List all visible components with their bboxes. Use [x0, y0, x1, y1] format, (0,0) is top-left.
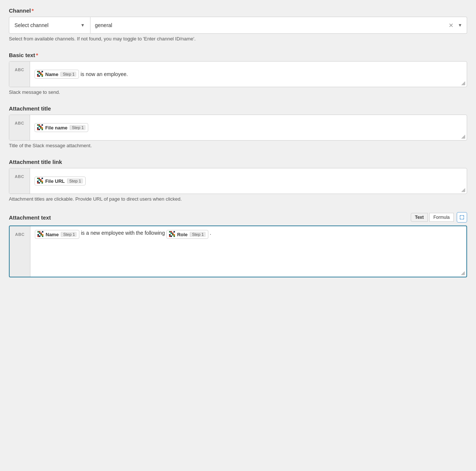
attachment-title-link-abc-label: ABC	[9, 168, 30, 194]
attachment-text-inline: is a new employee with the following	[81, 230, 165, 236]
attachment-title-field: ABC File name Step 1 ◢	[9, 115, 467, 141]
attachment-text-label: Attachment text	[9, 214, 51, 221]
basic-text-label-text: Basic text	[9, 52, 35, 58]
mode-formula-button[interactable]: Formula	[429, 213, 454, 222]
channel-value-wrapper: general ✕ ▼	[90, 17, 467, 34]
resize-handle: ◢	[461, 270, 465, 275]
basic-text-abc-label: ABC	[9, 62, 30, 87]
attachment-title-link-hint: Attachment titles are clickable. Provide…	[9, 196, 467, 202]
attachment-text-content[interactable]: Name Step 1 is a new employee with the f…	[30, 226, 466, 277]
attachment-text-cursor: .	[210, 230, 211, 236]
channel-row: Select channel ▼ general ✕ ▼	[9, 17, 467, 34]
token-icon	[37, 231, 44, 238]
token-step-text: Step 1	[61, 232, 77, 237]
attachment-title-link-label: Attachment title link	[9, 159, 467, 165]
attachment-title-label: Attachment title	[9, 105, 467, 112]
attachment-title-link-label-text: Attachment title link	[9, 159, 62, 165]
basic-text-inline: is now an employee.	[80, 71, 128, 77]
expand-button[interactable]	[457, 212, 467, 223]
basic-text-label: Basic text *	[9, 52, 467, 58]
token-role-step-text: Step 1	[190, 232, 206, 237]
attachment-text-token-name[interactable]: Name Step 1	[35, 230, 79, 239]
resize-handle: ◢	[461, 80, 465, 85]
token-icon	[37, 124, 44, 131]
channel-value-text: general	[95, 22, 447, 28]
token-step-text: Step 1	[60, 72, 76, 77]
expand-icon	[459, 215, 465, 220]
attachment-text-label-text: Attachment text	[9, 214, 51, 221]
channel-select-placeholder: Select channel	[14, 22, 49, 28]
channel-label-text: Channel	[9, 7, 31, 14]
attachment-title-token[interactable]: File name Step 1	[34, 123, 88, 132]
token-step-text: Step 1	[70, 125, 86, 130]
attachment-title-hint: Title of the Slack message attachment.	[9, 143, 467, 148]
channel-dropdown-button[interactable]: ▼	[456, 21, 464, 29]
attachment-text-actions: Text Formula	[411, 212, 467, 223]
channel-label: Channel *	[9, 7, 467, 14]
basic-text-section: Basic text * ABC Name Step 1 is now an e…	[9, 52, 467, 95]
attachment-title-link-field: ABC File URL Step 1 ◢	[9, 168, 467, 194]
mode-text-button[interactable]: Text	[411, 213, 428, 222]
channel-section: Channel * Select channel ▼ general ✕ ▼ S…	[9, 7, 467, 42]
attachment-text-abc-label: ABC	[10, 226, 30, 277]
attachment-title-link-section: Attachment title link ABC File URL Step …	[9, 159, 467, 202]
attachment-text-section: Attachment text Text Formula ABC	[9, 212, 467, 277]
basic-text-hint: Slack message to send.	[9, 89, 467, 95]
channel-hint: Select from available channels. If not f…	[9, 36, 467, 42]
attachment-text-header-row: Attachment text Text Formula	[9, 212, 467, 223]
attachment-title-link-content[interactable]: File URL Step 1 ◢	[30, 168, 467, 194]
channel-select-button[interactable]: Select channel ▼	[9, 17, 90, 34]
attachment-title-link-token[interactable]: File URL Step 1	[34, 177, 86, 185]
basic-text-token-name[interactable]: Name Step 1	[34, 70, 79, 79]
resize-handle: ◢	[461, 134, 465, 139]
basic-text-required-star: *	[36, 52, 38, 58]
attachment-title-section: Attachment title ABC File name Step 1 ◢ …	[9, 105, 467, 148]
attachment-text-field: ABC Name Step 1 is a new employee with t…	[9, 225, 467, 277]
resize-handle: ◢	[461, 187, 465, 192]
attachment-title-abc-label: ABC	[9, 115, 30, 140]
token-name-text: File URL	[45, 178, 65, 184]
channel-required-star: *	[32, 7, 34, 14]
token-icon	[37, 178, 44, 184]
token-name-text: Name	[46, 232, 59, 237]
attachment-title-content[interactable]: File name Step 1 ◢	[30, 115, 467, 140]
token-role-name-text: Role	[177, 232, 188, 237]
token-name-text: Name	[45, 72, 58, 77]
attachment-text-token-role[interactable]: Role Step 1	[166, 230, 208, 239]
channel-clear-button[interactable]: ✕	[447, 20, 455, 30]
channel-select-chevron-icon: ▼	[80, 23, 85, 28]
basic-text-content[interactable]: Name Step 1 is now an employee. ◢	[30, 62, 467, 87]
token-icon	[169, 231, 176, 238]
token-icon	[37, 71, 44, 78]
token-step-text: Step 1	[67, 178, 83, 184]
attachment-title-label-text: Attachment title	[9, 105, 51, 112]
basic-text-field: ABC Name Step 1 is now an employee. ◢	[9, 61, 467, 87]
token-name-text: File name	[45, 125, 67, 131]
